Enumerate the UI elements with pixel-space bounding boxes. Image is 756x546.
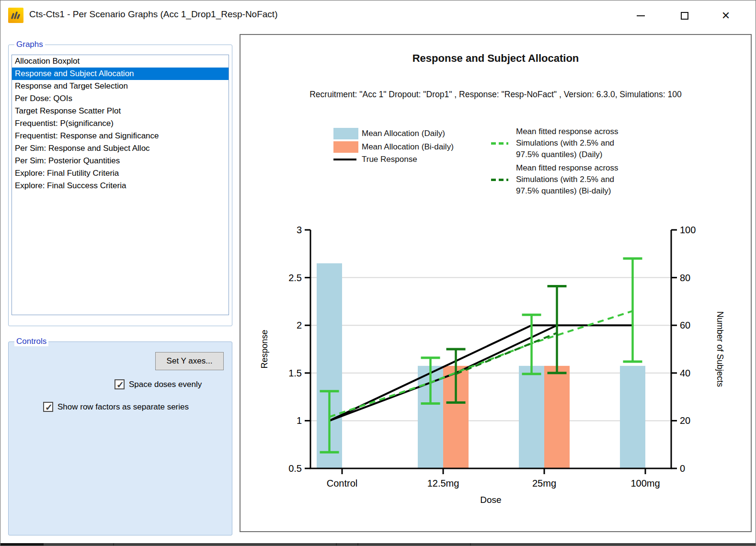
x-tick-label: Control	[327, 478, 357, 489]
app-window: { "window": { "title": "Cts-Cts1 - Per S…	[0, 0, 756, 546]
y-axis-title-left: Response	[260, 330, 269, 368]
set-y-axes-button[interactable]: Set Y axes...	[155, 352, 224, 370]
y-right-tick-label: 20	[680, 415, 690, 426]
y-left-tick-label: 1.5	[288, 368, 302, 378]
controls-group-label: Controls	[14, 337, 48, 346]
bottom-strip-divider	[336, 543, 337, 546]
list-item[interactable]: Allocation Boxplot	[12, 55, 229, 68]
y-right-tick-label: 0	[680, 463, 685, 474]
y-left-tick-label: 2	[297, 320, 302, 330]
close-icon	[722, 11, 730, 21]
bottom-strip-divider	[470, 543, 471, 546]
bottom-strip-segment	[0, 543, 44, 546]
show-row-factors-checkbox[interactable]	[43, 402, 53, 412]
close-button[interactable]	[715, 7, 736, 24]
y-right-tick-label: 60	[680, 320, 690, 330]
list-item[interactable]: Explore: Final Futility Criteria	[12, 167, 229, 180]
list-item[interactable]: Target Response Scatter Plot	[12, 105, 229, 117]
bar-daily-100mg	[620, 366, 645, 468]
show-row-factors-row: Show row factors as separate series	[43, 402, 189, 412]
bottom-strip-divider	[357, 543, 358, 546]
y-left-tick-label: 1	[297, 415, 302, 426]
y-right-tick-label: 80	[680, 273, 690, 283]
minimize-button[interactable]	[630, 7, 651, 24]
show-row-factors-label[interactable]: Show row factors as separate series	[57, 402, 189, 412]
minimize-icon	[637, 15, 645, 16]
y-left-tick-label: 2.5	[288, 273, 302, 283]
window-title: Cts-Cts1 - Per Scenario Graphs (Acc 1_Dr…	[29, 9, 277, 20]
y-right-tick-label: 100	[680, 225, 696, 235]
bar-daily-25mg	[519, 366, 544, 468]
y-right-tick-label: 40	[680, 368, 690, 378]
list-item[interactable]: Explore: Final Success Criteria	[12, 180, 229, 192]
list-item[interactable]: Per Sim: Response and Subject Alloc	[12, 142, 229, 155]
y-left-tick-label: 0.5	[288, 463, 302, 474]
graphs-group-label: Graphs	[14, 40, 45, 49]
bottom-background-strip	[0, 543, 756, 546]
list-item[interactable]: Per Sim: Posterior Quantities	[12, 155, 229, 167]
list-item[interactable]: Frequentist: P(significance)	[12, 117, 229, 130]
x-tick-label: 100mg	[630, 478, 660, 489]
bar-bidaily-25mg	[544, 366, 570, 468]
graphs-groupbox: Graphs Allocation Boxplot Response and S…	[8, 45, 232, 326]
title-bar: Cts-Cts1 - Per Scenario Graphs (Acc 1_Dr…	[0, 0, 756, 31]
maximize-button[interactable]	[674, 7, 695, 24]
x-tick-label: 12.5mg	[427, 478, 459, 489]
facts-logo-icon	[8, 8, 23, 23]
space-doses-evenly-row: Space doses evenly	[115, 379, 202, 389]
chart-panel: Response and Subject Allocation Recruitm…	[240, 34, 752, 532]
graphs-list: Allocation Boxplot Response and Subject …	[11, 55, 229, 315]
list-item[interactable]: Per Dose: QOIs	[12, 92, 229, 105]
list-item[interactable]: Frequentist: Response and Significance	[12, 130, 229, 142]
bottom-strip-divider	[113, 543, 114, 546]
x-tick-label: 25mg	[532, 478, 556, 489]
space-doses-evenly-checkbox[interactable]	[115, 379, 125, 389]
maximize-icon	[681, 12, 688, 20]
x-axis-title: Dose	[480, 495, 501, 505]
controls-groupbox: Controls Set Y axes... Space doses evenl…	[8, 341, 232, 535]
y-axis-title-right: Number of Subjects	[715, 311, 725, 387]
chart: 32.521.510.5100806040200Control12.5mg25m…	[241, 35, 753, 533]
list-item[interactable]: Response and Target Selection	[12, 80, 229, 92]
list-item[interactable]: Response and Subject Allocation	[12, 68, 229, 80]
y-left-tick-label: 3	[297, 225, 302, 235]
space-doses-evenly-label[interactable]: Space doses evenly	[129, 380, 202, 389]
